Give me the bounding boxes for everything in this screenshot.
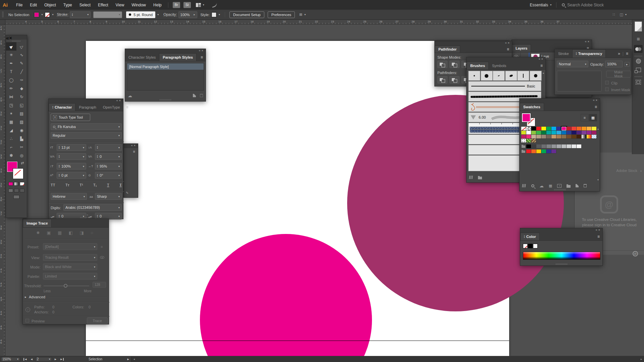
- swatch-color[interactable]: [577, 131, 582, 135]
- swatch-color[interactable]: [536, 149, 541, 154]
- rotation-field[interactable]: ▴▾0°▾: [95, 172, 122, 179]
- direct-selection-tool[interactable]: ▷: [16, 42, 27, 51]
- drag-grip[interactable]: [635, 76, 642, 77]
- blend-tool[interactable]: ◉: [16, 126, 27, 134]
- fill-color-swatch[interactable]: [34, 12, 39, 17]
- new-color-group-icon[interactable]: [567, 185, 571, 188]
- line-segment-tool[interactable]: ╱: [16, 67, 27, 76]
- tab-symbols[interactable]: Symbols: [489, 62, 509, 69]
- free-transform-tool[interactable]: ◱: [16, 101, 27, 109]
- menu-window[interactable]: Window: [128, 0, 150, 10]
- trace-preset-icon-0[interactable]: ✸: [36, 230, 40, 235]
- swatch-color[interactable]: [541, 149, 546, 154]
- tab-character-styles[interactable]: Character Styles: [125, 53, 159, 61]
- swatch-color[interactable]: [541, 131, 546, 135]
- paintbrush-tool[interactable]: ✑: [16, 76, 27, 84]
- mode-dropdown[interactable]: Black and White▾: [43, 263, 97, 270]
- transparency-dock-icon[interactable]: [634, 45, 643, 53]
- drag-grip[interactable]: [635, 56, 642, 57]
- swatch-color[interactable]: [567, 135, 572, 139]
- make-mask-button[interactable]: Make Mask: [606, 71, 631, 77]
- swatch-color[interactable]: [582, 131, 587, 135]
- chevron-down-icon[interactable]: ▾: [17, 358, 18, 361]
- none-color-swatch[interactable]: [523, 244, 528, 248]
- swatch-color[interactable]: [572, 144, 577, 148]
- swatch-color[interactable]: [551, 135, 556, 139]
- swatch-color[interactable]: [572, 135, 577, 139]
- swatch-color[interactable]: [531, 131, 536, 135]
- chevron-down-icon[interactable]: ▾: [118, 125, 120, 128]
- font-style-field[interactable]: Regular ▾: [51, 132, 122, 139]
- slider-knob[interactable]: [64, 284, 67, 288]
- chevron-down-icon[interactable]: ▾: [118, 134, 120, 137]
- scroll-up-icon[interactable]: ▴: [543, 71, 544, 74]
- swatch-color[interactable]: [551, 149, 556, 154]
- delete-style-icon[interactable]: [200, 94, 203, 97]
- lasso-tool[interactable]: ∿: [16, 51, 27, 59]
- collapse-icon[interactable]: «: [6, 35, 9, 41]
- eyedropper-tool[interactable]: ◢: [6, 126, 16, 134]
- scroll-down-icon[interactable]: ▾: [597, 178, 599, 181]
- swatch-color[interactable]: [582, 127, 587, 131]
- chevron-down-icon[interactable]: ▾: [640, 170, 642, 173]
- style-button-0[interactable]: TT: [51, 183, 55, 187]
- chevron-down-icon[interactable]: ▾: [625, 13, 627, 16]
- slice-tool[interactable]: ✂: [16, 143, 27, 151]
- swatch-color[interactable]: [577, 144, 582, 148]
- swatch-color[interactable]: [567, 144, 572, 148]
- perspective-grid-tool[interactable]: ▤: [16, 109, 27, 118]
- collapse-icon[interactable]: «: [593, 99, 596, 102]
- stroke-swatch[interactable]: [13, 169, 23, 179]
- eraser-tool[interactable]: ◆: [16, 84, 27, 93]
- tracking-field[interactable]: ▴▾0▾: [95, 153, 122, 160]
- trace-button[interactable]: Trace: [87, 317, 108, 324]
- scroll-right-icon[interactable]: ▸: [639, 358, 644, 361]
- style-button-2[interactable]: T¹: [79, 183, 83, 187]
- tab-pathfinder[interactable]: Pathfinder: [435, 46, 460, 53]
- artboard-number-field[interactable]: 2 ▾: [35, 357, 52, 362]
- panel-menu-icon[interactable]: ≡: [592, 103, 600, 111]
- digits-field[interactable]: Arabic (0123456789) ▾: [63, 204, 122, 211]
- libraries-panel-icon[interactable]: [478, 177, 482, 179]
- show-swatch-kinds-icon[interactable]: ▦: [549, 184, 552, 188]
- first-artboard-icon[interactable]: ◀: [23, 358, 29, 361]
- advanced-disclosure-icon[interactable]: ▸: [25, 295, 26, 299]
- swatch-color[interactable]: [551, 131, 556, 135]
- kerning-field[interactable]: ▴▾▾: [57, 153, 86, 160]
- trace-preset-icon-3[interactable]: ◧: [69, 230, 73, 235]
- close-icon[interactable]: ×: [9, 35, 12, 41]
- resize-grip[interactable]: [160, 99, 171, 101]
- unite-button[interactable]: [437, 61, 447, 68]
- chevron-down-icon[interactable]: ▾: [52, 13, 53, 16]
- swatch-libraries-icon[interactable]: [522, 184, 526, 187]
- swatch-folder[interactable]: [521, 149, 526, 154]
- swatch-color[interactable]: [572, 131, 577, 135]
- chevron-down-icon[interactable]: ▾: [84, 195, 85, 198]
- tab-paragraph[interactable]: Paragraph: [75, 103, 99, 111]
- swatch-color[interactable]: [561, 131, 567, 135]
- collapse-icon[interactable]: «: [585, 40, 588, 43]
- language-field[interactable]: Hebrew ▾: [51, 193, 87, 200]
- collapse-icon[interactable]: «: [116, 99, 119, 102]
- chevron-down-icon[interactable]: ▾: [87, 13, 89, 16]
- trace-preset-icon-5[interactable]: ○: [91, 230, 93, 235]
- scroll-left-icon[interactable]: ◂: [131, 358, 137, 361]
- color-spectrum-bar[interactable]: [523, 252, 600, 260]
- brush-definition-dropdown[interactable]: 5 pt. Round: [126, 11, 155, 18]
- preferences-button[interactable]: Preferences: [268, 11, 295, 18]
- gradient-button[interactable]: [14, 182, 19, 186]
- list-view-button[interactable]: ≡: [581, 114, 589, 121]
- swatch-color[interactable]: [536, 131, 541, 135]
- swatch-color[interactable]: [561, 144, 567, 148]
- column-graph-tool[interactable]: ▙: [16, 134, 27, 143]
- more-tabs-icon[interactable]: »: [618, 51, 620, 56]
- brush-libraries-icon[interactable]: [469, 176, 473, 179]
- panel-menu-icon[interactable]: ≡: [595, 233, 602, 240]
- swatch-color[interactable]: [541, 127, 546, 131]
- panel-menu-icon[interactable]: ≡: [504, 46, 512, 53]
- close-icon[interactable]: ×: [119, 99, 122, 102]
- horizontal-scrollbar[interactable]: ◂ ▸: [131, 357, 644, 362]
- status-menu-icon[interactable]: ▶: [125, 358, 131, 361]
- tab-paragraph-styles[interactable]: Paragraph Styles: [159, 53, 197, 61]
- draw-inside-button[interactable]: [20, 189, 24, 192]
